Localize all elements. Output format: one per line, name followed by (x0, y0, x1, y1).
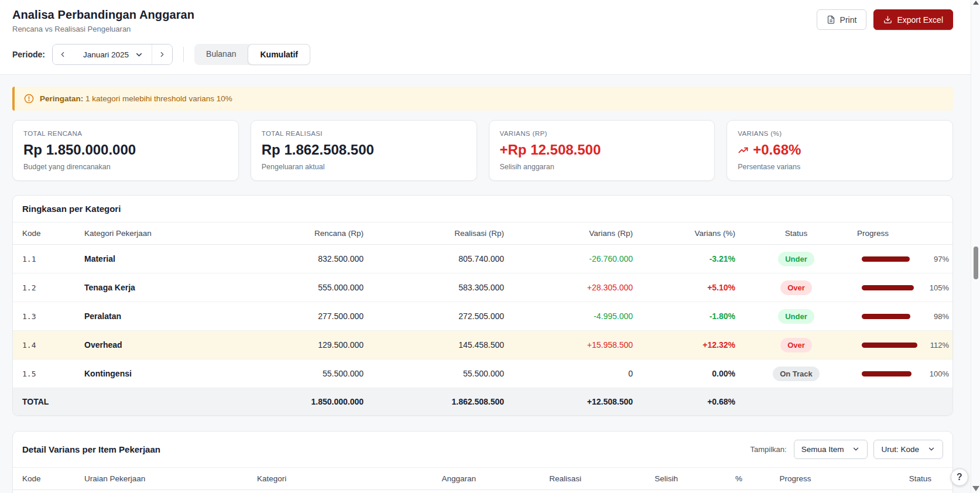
cell-progress: 98% (852, 302, 953, 331)
warning-message: 1 kategori melebihi threshold varians 10… (85, 94, 232, 103)
detail-table: Kode Uraian Pekerjaan Kategori Anggaran … (13, 468, 953, 493)
scrollbar-thumb[interactable] (974, 246, 978, 279)
mode-tabs: Bulanan Kumulatif (194, 44, 310, 65)
detail-variance-panel: Detail Varians per Item Pekerjaan Tampil… (12, 431, 953, 493)
export-excel-button[interactable]: Export Excel (873, 9, 953, 30)
col-kode: Kode (13, 468, 80, 490)
col-anggaran: Anggaran (375, 468, 481, 490)
status-badge: Under (778, 252, 814, 266)
total-spacer (740, 388, 852, 415)
scrollbar-up-arrow[interactable] (973, 1, 979, 5)
cell-status: Over (740, 273, 852, 302)
filter-select[interactable]: Semua Item (794, 440, 868, 459)
progress-percent: 105% (924, 283, 949, 292)
table-row: 1.2 Tenaga Kerja 555.000.000 583.305.000… (13, 273, 953, 302)
total-spacer (852, 388, 953, 415)
col-pct: % (683, 468, 747, 490)
chevron-down-icon (135, 50, 143, 59)
cell-kategori: Material (80, 245, 223, 273)
filter-value: Semua Item (801, 445, 844, 454)
cell-varians-rp: -26.760.000 (509, 245, 638, 273)
tampilkan-label: Tampilkan: (751, 445, 787, 454)
cell-varians-pct: -3.21% (638, 245, 740, 273)
cell-realisasi: 55.500.000 (368, 360, 509, 388)
sort-select[interactable]: Urut: Kode (873, 440, 943, 459)
status-badge: Over (780, 280, 812, 295)
panel-head: Detail Varians per Item Pekerjaan Tampil… (13, 432, 952, 468)
card-caption: Pengeluaran aktual (262, 163, 466, 171)
card-value: Rp 1.850.000.000 (23, 142, 228, 158)
sort-value: Urut: Kode (881, 445, 919, 454)
progress-percent: 112% (924, 341, 949, 350)
cell-rencana: 129.500.000 (223, 331, 368, 360)
progress-track (862, 314, 917, 319)
cell-varians-pct: 0.00% (638, 360, 740, 388)
cell-kategori: Tenaga Kerja (80, 273, 223, 302)
progress-percent: 98% (924, 312, 949, 321)
cell-progress: 97% (852, 245, 953, 273)
progress-fill (862, 343, 917, 348)
card-varians-rp: VARIANS (RP) +Rp 12.508.500 Selisih angg… (489, 120, 715, 181)
cell-progress: 105% (852, 273, 953, 302)
col-varians-pct: Varians (%) (638, 222, 740, 245)
progress-track (862, 285, 917, 290)
header-actions: Print Export Excel (817, 9, 953, 30)
cell-varians-rp: +15.958.500 (509, 331, 638, 360)
table-row: 1.1 Material 832.500.000 805.740.000 -26… (13, 245, 953, 273)
periode-label: Periode: (12, 50, 45, 59)
chevron-right-icon (158, 50, 166, 59)
chevron-down-icon (927, 445, 936, 453)
panel-head: Ringkasan per Kategori (13, 196, 952, 222)
cell-varians-rp: -4.995.000 (509, 302, 638, 331)
title-block: Analisa Perbandingan Anggaran Rencana vs… (12, 8, 194, 33)
table-total-row: TOTAL 1.850.000.000 1.862.508.500 +12.50… (13, 388, 953, 415)
periode-dropdown[interactable]: Januari 2025 (73, 50, 152, 59)
cell-rencana: 832.500.000 (223, 245, 368, 273)
help-button[interactable]: ? (951, 468, 968, 486)
cell-varians-pct: -1.80% (638, 302, 740, 331)
card-label: TOTAL REALISASI (262, 130, 466, 137)
card-value: +Rp 12.508.500 (500, 142, 704, 158)
chevron-down-icon (852, 445, 860, 453)
total-spacer (80, 388, 223, 415)
table-row: 1.5 Kontingensi 55.500.000 55.500.000 0 … (13, 360, 953, 388)
cell-status: On Track (740, 360, 852, 388)
detail-controls: Tampilkan: Semua Item Urut: Kode (751, 440, 943, 459)
cell-progress: 112% (852, 331, 953, 360)
periode-prev-button[interactable] (53, 44, 73, 64)
cell-varians-pct: +12.32% (638, 331, 740, 360)
print-icon (827, 15, 835, 24)
tab-kumulatif[interactable]: Kumulatif (248, 44, 310, 65)
col-status: Status (844, 468, 953, 490)
table-row: 1.3 Peralatan 277.500.000 272.505.000 -4… (13, 302, 953, 331)
total-label: TOTAL (13, 388, 80, 415)
cell-realisasi: 145.458.500 (368, 331, 509, 360)
card-total-realisasi: TOTAL REALISASI Rp 1.862.508.500 Pengelu… (251, 120, 477, 181)
print-label: Print (840, 16, 857, 24)
progress-fill (862, 285, 914, 290)
status-badge: On Track (773, 367, 820, 381)
cell-kategori: Overhead (80, 331, 223, 360)
card-value: +0.68% (738, 142, 942, 158)
cell-rencana: 55.500.000 (223, 360, 368, 388)
warning-bold: Peringatan: (40, 94, 83, 103)
cell-kode: 1.4 (13, 331, 80, 360)
col-kode: Kode (13, 222, 80, 245)
cell-realisasi: 805.740.000 (368, 245, 509, 273)
col-uraian: Uraian Pekerjaan (80, 468, 252, 490)
total-varians-rp: +12.508.500 (509, 388, 638, 415)
cell-kategori: Kontingensi (80, 360, 223, 388)
card-caption: Budget yang direncanakan (23, 163, 228, 171)
cell-status: Under (740, 245, 852, 273)
periode-value: Januari 2025 (83, 50, 129, 59)
print-button[interactable]: Print (817, 9, 867, 30)
cell-kode: 1.3 (13, 302, 80, 331)
scrollbar-down-arrow[interactable] (972, 486, 979, 491)
cell-rencana: 277.500.000 (223, 302, 368, 331)
vertical-scrollbar[interactable] (971, 0, 980, 493)
cell-progress: 100% (852, 360, 953, 388)
periode-next-button[interactable] (152, 44, 172, 64)
card-varians-pct: VARIANS (%) +0.68% Persentase varians (727, 120, 953, 181)
divider (183, 47, 184, 62)
tab-bulanan[interactable]: Bulanan (194, 44, 248, 65)
